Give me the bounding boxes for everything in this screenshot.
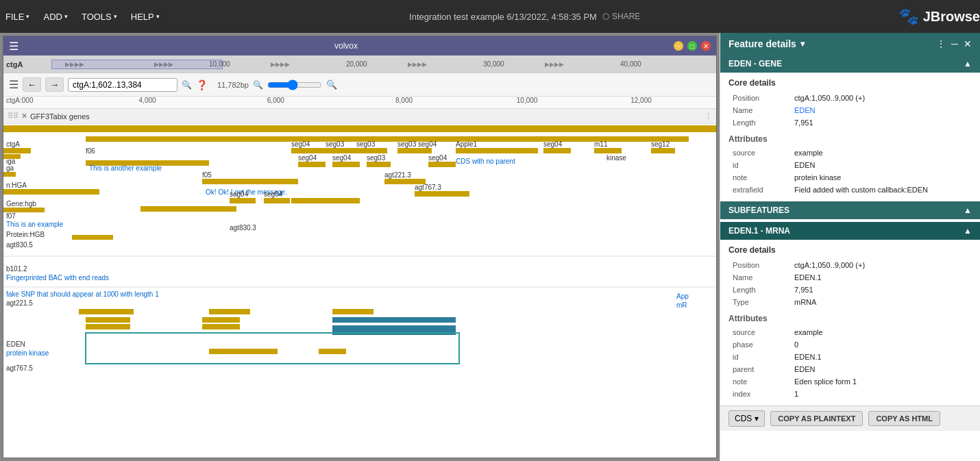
protein-hgb-bar[interactable]	[72, 235, 113, 240]
back-icon: ←	[27, 79, 36, 90]
nav-hamburger[interactable]: ☰	[9, 78, 19, 91]
subfeatures-header-text: SUBFEATURES	[728, 205, 789, 215]
forward-icon: →	[50, 79, 59, 90]
share-button[interactable]: ⬡ SHARE	[602, 12, 640, 21]
cds-no-parent-link[interactable]: CDS with no parent	[456, 158, 515, 165]
nav-forward-button[interactable]: →	[45, 77, 64, 92]
track-header: ⠿⠿ ✕ GFF3Tabix genes ⋮	[3, 109, 716, 124]
name-link[interactable]: EDEN	[794, 106, 816, 114]
app-partial-link[interactable]: App	[676, 292, 689, 300]
browser-title: volvox	[19, 41, 674, 51]
panel-close-icon[interactable]: ✕	[964, 38, 972, 49]
fingerprinted-bac-link[interactable]: Fingerprinted BAC with end reads	[6, 274, 109, 282]
add-menu[interactable]: ADD ▾	[38, 9, 73, 25]
arrow-3: ▶▶▶▶	[271, 61, 290, 68]
zoom-out-icon[interactable]: 🔍	[253, 80, 263, 90]
agt-bar[interactable]	[140, 206, 236, 212]
location-input[interactable]	[68, 78, 177, 92]
seg03-bar2[interactable]	[356, 148, 387, 153]
source-row: source example	[728, 147, 972, 159]
seg03-bar3[interactable]	[367, 162, 391, 167]
agt2215-bar5[interactable]	[202, 317, 240, 323]
iga-bar1[interactable]	[3, 154, 21, 159]
iga-bar2[interactable]	[3, 172, 16, 177]
protein-kinase-link[interactable]: protein kinase	[6, 349, 49, 357]
position-label: Position	[728, 92, 790, 104]
win-maximize-button[interactable]: □	[687, 41, 697, 51]
win-minimize-button[interactable]: ─	[674, 41, 683, 51]
agt2215-bar7[interactable]	[202, 324, 240, 329]
search-icon[interactable]: 🔍	[182, 80, 192, 90]
share-label: SHARE	[612, 12, 640, 21]
mrna-source-row: source example	[728, 326, 972, 338]
hamburger-icon[interactable]: ☰	[9, 40, 19, 53]
mrna-length-row: Length 7,951	[728, 284, 972, 296]
seg04-bar4[interactable]	[428, 162, 456, 167]
seg04-bar3[interactable]	[332, 162, 360, 167]
teal-bar1[interactable]	[332, 317, 456, 323]
seg04-row2b-bar[interactable]	[264, 198, 290, 203]
seg03-text2: seg03	[356, 140, 376, 148]
length-label: Length	[728, 116, 790, 129]
browser-inner: ☰ volvox ─ □ ✕ ctgA ▶▶▶▶ ▶▶▶▶ 10,0	[3, 36, 717, 458]
help-menu[interactable]: HELP ▾	[125, 9, 165, 25]
copy-plaintext-button[interactable]: COPY AS PLAINTEXT	[770, 411, 863, 426]
subfeatures-header[interactable]: SUBFEATURES ▲	[720, 201, 980, 219]
help-circle-icon[interactable]: ❓	[196, 79, 208, 90]
apple1-label: Apple1	[456, 140, 478, 148]
track-menu-icon[interactable]: ⋮	[705, 112, 712, 121]
eden-gene-section-header[interactable]: EDEN - GENE ▲	[720, 55, 980, 73]
zoom-in-icon[interactable]: 🔍	[326, 79, 337, 90]
seg12-bar[interactable]	[651, 148, 675, 153]
eden-gene-header-text: EDEN - GENE	[728, 59, 782, 68]
seg03-bar1[interactable]	[326, 148, 356, 153]
ruler-mark-5: 12,000	[630, 97, 652, 104]
top-gene-bar[interactable]	[3, 125, 716, 132]
agt2215-bar2[interactable]	[209, 309, 250, 314]
agt2215-bar4[interactable]	[86, 317, 130, 323]
mrna-name-row: Name EDEN.1	[728, 271, 972, 284]
m11-bar[interactable]	[594, 148, 622, 153]
seg04-row2-bar[interactable]	[230, 198, 256, 203]
win-close-button[interactable]: ✕	[701, 41, 711, 51]
agt2215-bar1[interactable]	[79, 309, 134, 314]
copy-html-button[interactable]: COPY AS HTML	[868, 411, 940, 426]
tools-menu[interactable]: TOOLS ▾	[76, 9, 123, 25]
mr-partial-link[interactable]: mR	[676, 301, 687, 309]
f05-bar[interactable]	[202, 179, 298, 184]
zoom-slider[interactable]	[267, 79, 322, 90]
seg04-far-bar[interactable]	[543, 148, 571, 153]
apple1-bar[interactable]	[456, 148, 538, 153]
agt7673-bar[interactable]	[415, 191, 469, 197]
another-example-link[interactable]: This is another example	[89, 164, 162, 172]
agt2215-bar3[interactable]	[332, 309, 373, 314]
eden-bar1[interactable]	[209, 349, 278, 354]
extrafield-row: extrafield Field added with custom callb…	[728, 184, 972, 196]
mrna-attributes: Attributes source example phase 0 id EDE	[720, 314, 980, 406]
eden-mrna-header[interactable]: EDEN.1 - MRNA ▲	[720, 222, 980, 240]
chrom-mark-4: 40,000	[620, 60, 641, 68]
this-is-example-link[interactable]: This is an example	[6, 221, 64, 228]
panel-title-caret[interactable]: ▾	[800, 39, 805, 49]
agt-bar2[interactable]	[291, 198, 360, 203]
gene-hgb-bar[interactable]	[3, 208, 45, 212]
agt2215-bar6[interactable]	[86, 324, 130, 329]
nav-back-button[interactable]: ←	[23, 77, 41, 92]
panel-header: Feature details ▾ ⋮ ─ ✕	[720, 33, 980, 55]
nhga-bar[interactable]	[3, 189, 99, 195]
seg04-text2: seg04	[298, 154, 317, 162]
track-drag-handle[interactable]: ⠿⠿	[8, 112, 19, 121]
seg03seg04-bar[interactable]	[397, 148, 432, 153]
file-menu[interactable]: FILE ▾	[0, 9, 35, 25]
seg04-bar1[interactable]	[291, 148, 326, 153]
fake-snp-link[interactable]: fake SNP that should appear at 1000 with…	[6, 290, 159, 298]
seg04-bar2[interactable]	[298, 162, 326, 167]
eden-bar2[interactable]	[319, 349, 346, 354]
browser-controls: ─ □ ✕	[674, 41, 711, 51]
track-close-button[interactable]: ✕	[21, 112, 27, 121]
panel-minimize-icon[interactable]: ─	[951, 38, 958, 49]
ctga-bar[interactable]	[3, 148, 31, 153]
panel-more-icon[interactable]: ⋮	[936, 38, 946, 49]
cds-dropdown[interactable]: CDS ▾	[728, 410, 765, 427]
ruler-mark-3: 8,000	[395, 97, 413, 104]
